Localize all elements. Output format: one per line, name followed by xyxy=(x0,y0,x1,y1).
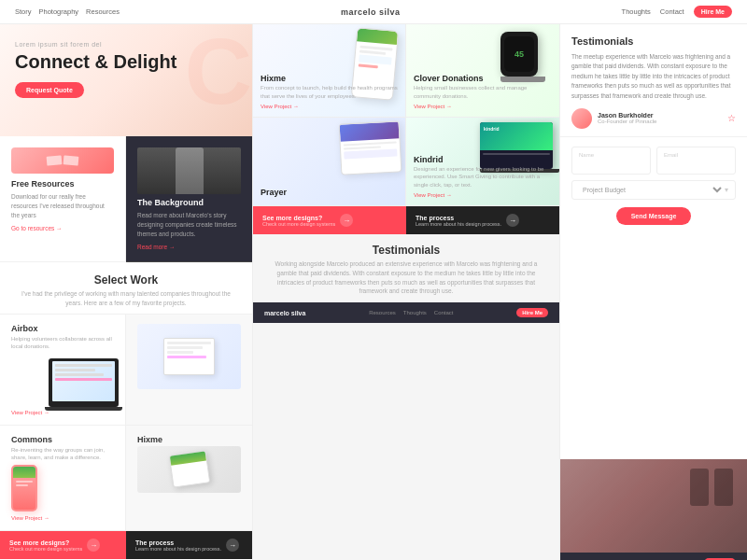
watch-display: 45 xyxy=(514,49,524,59)
seat-shape-2 xyxy=(714,469,733,506)
seat-photo xyxy=(560,459,747,553)
hixme-small-card: Hixme xyxy=(126,426,252,532)
laptop-screen xyxy=(52,361,115,401)
mid-process-label: The process xyxy=(416,215,501,221)
commons-name: Commons xyxy=(11,435,114,444)
airbox-image-card xyxy=(126,315,252,426)
more-designs-cta[interactable]: See more designs? Check out more design … xyxy=(0,531,126,559)
clover-panel: 45 Clover Donations Helping small busine… xyxy=(406,24,559,118)
nav-links: Story Photography Resources xyxy=(15,7,120,16)
mid-process-sub: Learn more about his design process. xyxy=(416,221,501,227)
footer-cta-button[interactable]: Hire Me xyxy=(516,308,548,317)
person-silhouette xyxy=(176,147,204,194)
free-resources-text: Download for our really free resources I… xyxy=(11,192,114,219)
nav-contact[interactable]: Contact xyxy=(660,7,684,16)
bottom-project-panels: Prayer kindrid xyxy=(253,118,559,206)
middle-column: Hixme From concept to launch, help build… xyxy=(252,24,560,560)
name-input[interactable] xyxy=(579,161,643,168)
mid-testimonials-title: Testimonials xyxy=(268,244,544,257)
background-link[interactable]: Read more → xyxy=(137,244,241,250)
resources-illustration xyxy=(11,147,114,174)
navigation: Story Photography Resources marcelo silv… xyxy=(0,0,747,24)
name-label: Name xyxy=(579,152,643,158)
mid-process-arrow: → xyxy=(506,214,519,227)
airbox-name: Airbox xyxy=(11,324,114,333)
hixme-small-mockup xyxy=(137,446,241,493)
prayer-content: Prayer xyxy=(261,188,398,198)
request-quote-button[interactable]: Request Quote xyxy=(15,82,84,98)
right-testimonial-author: Jason Burkholder Co-Founder of Pinnacle … xyxy=(571,108,736,129)
mid-more-designs[interactable]: See more designs? Check out more design … xyxy=(253,206,406,234)
mid-more-sub: Check out more design systems xyxy=(262,221,335,227)
right-testimonials-title: Testimonials xyxy=(571,35,736,47)
select-work-subtitle: I've had the privilege of working with m… xyxy=(15,289,237,308)
process-arrow: → xyxy=(226,539,239,552)
footer-link-contact[interactable]: Contact xyxy=(434,310,454,315)
airbox-desc: Helping volunteers collaborate across al… xyxy=(11,335,114,351)
right-author-title: Co-Founder of Pinnacle xyxy=(598,119,656,124)
airbox-mockup-container xyxy=(137,324,241,389)
hero-title: Connect & Delight xyxy=(15,51,237,73)
nav-photography[interactable]: Photography xyxy=(39,7,79,16)
top-project-panels: Hixme From concept to launch, help build… xyxy=(253,24,559,118)
right-author-avatar xyxy=(571,108,592,129)
send-message-button[interactable]: Send Message xyxy=(616,207,692,225)
hero-subtitle: Lorem ipsum sit forem del xyxy=(15,41,237,48)
nav-story[interactable]: Story xyxy=(15,7,32,16)
seat-shape-1 xyxy=(690,469,709,506)
nav-resources[interactable]: Resources xyxy=(86,7,120,16)
prayer-title: Prayer xyxy=(261,188,398,197)
kindrid-panel: kindrid Kindrid Designed an experience f… xyxy=(406,118,559,206)
commons-card: Commons Re-inventing the way groups can … xyxy=(0,426,126,532)
right-testimonials-text: The meetup experience with Marcelo was f… xyxy=(571,52,736,101)
nav-logo[interactable]: marcelo silva xyxy=(341,7,401,17)
free-resources-card: Free Resources Download for our really f… xyxy=(0,136,126,262)
laptop-base xyxy=(45,407,122,411)
budget-select[interactable]: Project Budget xyxy=(579,186,725,194)
airbox-card: Airbox Helping volunteers collaborate ac… xyxy=(0,315,126,426)
commons-link[interactable]: View Project → xyxy=(11,515,114,521)
process-cta[interactable]: The process Learn more about his design … xyxy=(126,531,252,559)
process-label: The process xyxy=(135,539,221,546)
kindrid-desc: Designed an experience for new givers lo… xyxy=(414,165,552,189)
prayer-tablet xyxy=(339,120,402,175)
background-title: The Background xyxy=(137,198,241,207)
right-testimonials: Testimonials The meetup experience with … xyxy=(560,24,747,137)
right-footer: marcelo silva Resources Thoughts Contact… xyxy=(560,553,747,560)
footer-link-thoughts[interactable]: Thoughts xyxy=(403,310,427,315)
person-image xyxy=(137,147,241,194)
form-submit: Send Message xyxy=(571,207,736,225)
info-cards: Free Resources Download for our really f… xyxy=(0,136,252,262)
footer-link-resources[interactable]: Resources xyxy=(369,310,396,315)
kindrid-link[interactable]: View Project → xyxy=(414,192,552,198)
hixme-tablet-small xyxy=(168,450,209,487)
background-card: The Background Read more about Marcelo's… xyxy=(126,136,252,262)
right-author-name: Jason Burkholder xyxy=(598,112,656,119)
hixme-link[interactable]: View Project → xyxy=(261,104,398,109)
mid-testimonials: Testimonials Working alongside Marcelo p… xyxy=(253,234,559,302)
nav-thoughts[interactable]: Thoughts xyxy=(622,7,651,16)
hixme-small-name: Hixme xyxy=(137,435,241,444)
clover-title: Clover Donations xyxy=(414,74,552,83)
hixme-panel: Hixme From concept to launch, help build… xyxy=(253,24,406,118)
free-resources-link[interactable]: Go to resources → xyxy=(11,225,114,231)
name-field[interactable]: Name xyxy=(571,147,651,175)
email-input[interactable] xyxy=(664,161,728,168)
footer-logo: marcelo silva xyxy=(264,310,305,316)
kindrid-title: Kindrid xyxy=(414,155,552,164)
process-text: The process Learn more about his design … xyxy=(135,539,221,552)
mid-process[interactable]: The process Learn more about his design … xyxy=(406,206,559,234)
email-field[interactable]: Email xyxy=(656,147,736,175)
budget-field[interactable]: Project Budget ▾ xyxy=(571,180,736,200)
seat-shapes xyxy=(687,469,733,508)
airbox-screen-mockup xyxy=(163,338,215,375)
nav-cta-button[interactable]: Hire Me xyxy=(694,6,732,18)
clover-link[interactable]: View Project → xyxy=(414,104,552,109)
more-designs-sub: Check out more design systems xyxy=(9,546,82,552)
left-column: C Lorem ipsum sit forem del Connect & De… xyxy=(0,24,252,560)
mid-cta-bar: See more designs? Check out more design … xyxy=(253,206,559,234)
cta-bar: See more designs? Check out more design … xyxy=(0,531,252,559)
main-grid: C Lorem ipsum sit forem del Connect & De… xyxy=(0,24,747,560)
mid-more-label: See more designs? xyxy=(262,215,335,221)
clover-desc: Helping small businesses collect and man… xyxy=(414,84,552,100)
